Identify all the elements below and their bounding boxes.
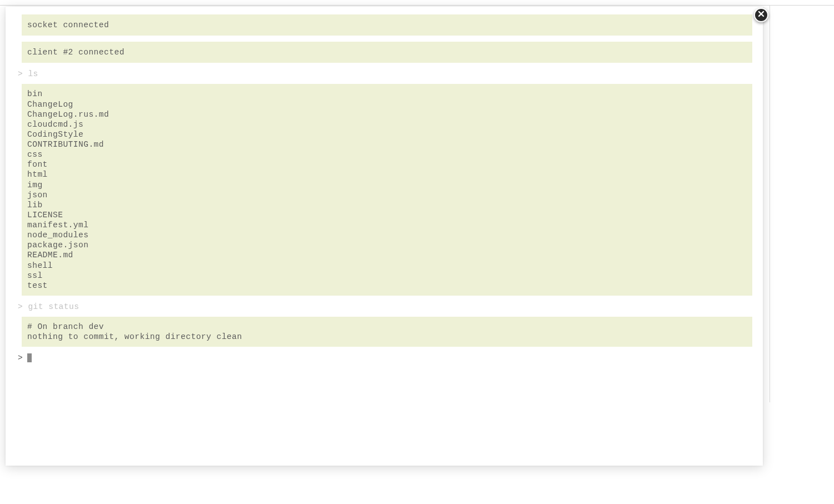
command-line: > ls — [11, 69, 757, 79]
prompt-symbol: > — [18, 69, 23, 78]
status-message: socket connected — [22, 14, 752, 36]
console-panel: socket connected client #2 connected > l… — [6, 7, 763, 466]
input-cursor — [27, 353, 32, 362]
command-line: > git status — [11, 302, 757, 312]
right-edge — [770, 5, 770, 402]
prompt-symbol: > — [18, 302, 23, 311]
prompt-symbol: > — [18, 353, 23, 363]
command-output: # On branch dev nothing to commit, worki… — [22, 317, 752, 347]
command-text: git status — [28, 302, 79, 311]
command-output: bin ChangeLog ChangeLog.rus.md cloudcmd.… — [22, 84, 752, 296]
console-input-line[interactable]: > — [11, 353, 757, 363]
close-icon — [758, 10, 765, 20]
status-message: client #2 connected — [22, 42, 752, 63]
command-text: ls — [28, 69, 38, 78]
close-button[interactable] — [754, 8, 768, 22]
